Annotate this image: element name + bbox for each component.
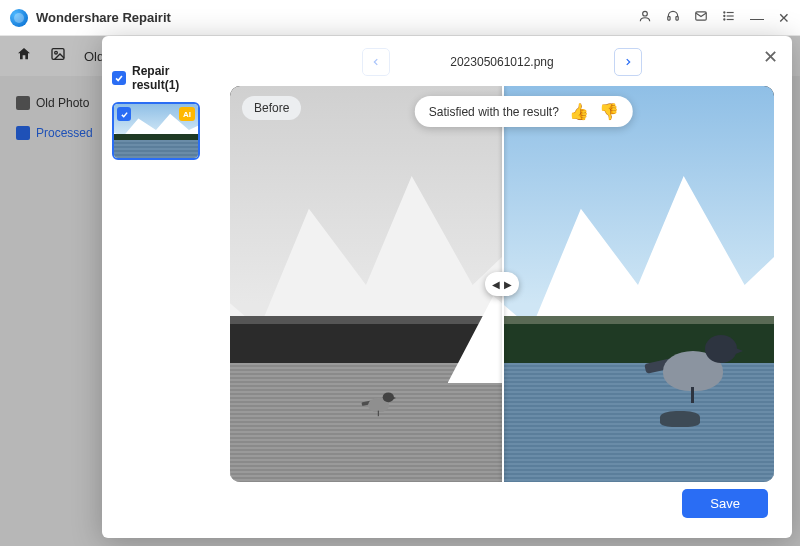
preview-modal: ✕ Repair result(1) AI 202305061012.png	[102, 36, 792, 538]
headset-icon[interactable]	[666, 9, 680, 26]
bird-illustration	[643, 321, 753, 411]
user-icon[interactable]	[638, 9, 652, 26]
compare-slider-handle[interactable]: ◀▶	[485, 272, 519, 296]
file-nav-row: 202305061012.png	[230, 46, 774, 78]
before-half	[230, 86, 502, 482]
minimize-icon[interactable]: —	[750, 10, 764, 26]
after-half	[502, 86, 774, 482]
bird-illustration-bw	[361, 387, 400, 419]
window-actions: — ✕	[638, 9, 790, 26]
prev-file-button[interactable]	[362, 48, 390, 76]
svg-point-9	[724, 19, 725, 20]
svg-rect-2	[676, 17, 678, 20]
feedback-prompt: Satisfied with the result?	[429, 105, 559, 119]
ai-badge: AI	[179, 107, 195, 121]
current-filename: 202305061012.png	[450, 55, 553, 69]
list-icon[interactable]	[722, 9, 736, 26]
repair-result-header: Repair result(1)	[112, 64, 220, 92]
result-thumbnail[interactable]: AI	[112, 102, 200, 160]
feedback-pill: Satisfied with the result? 👍 👎	[415, 96, 633, 127]
app-title: Wondershare Repairit	[36, 10, 171, 25]
close-window-icon[interactable]: ✕	[778, 10, 790, 26]
svg-rect-1	[668, 17, 670, 20]
before-label-pill: Before	[242, 96, 301, 120]
app-logo-icon	[10, 9, 28, 27]
checkbox-icon[interactable]	[112, 71, 126, 85]
thumbs-up-icon[interactable]: 👍	[569, 102, 589, 121]
svg-point-8	[724, 15, 725, 16]
modal-thumb-panel: Repair result(1) AI	[102, 36, 230, 538]
mail-icon[interactable]	[694, 9, 708, 26]
thumb-checkbox-icon[interactable]	[117, 107, 131, 121]
repair-result-label: Repair result(1)	[132, 64, 220, 92]
save-button[interactable]: Save	[682, 489, 768, 518]
svg-point-0	[643, 11, 648, 16]
modal-content: 202305061012.png	[230, 36, 792, 538]
before-after-preview[interactable]: ◀▶ Before Satisfied with the result? 👍 👎	[230, 86, 774, 482]
thumbs-down-icon[interactable]: 👎	[599, 102, 619, 121]
rock-illustration	[660, 411, 700, 427]
next-file-button[interactable]	[614, 48, 642, 76]
svg-point-7	[724, 12, 725, 13]
modal-footer: Save	[230, 482, 774, 524]
titlebar: Wondershare Repairit — ✕	[0, 0, 800, 36]
